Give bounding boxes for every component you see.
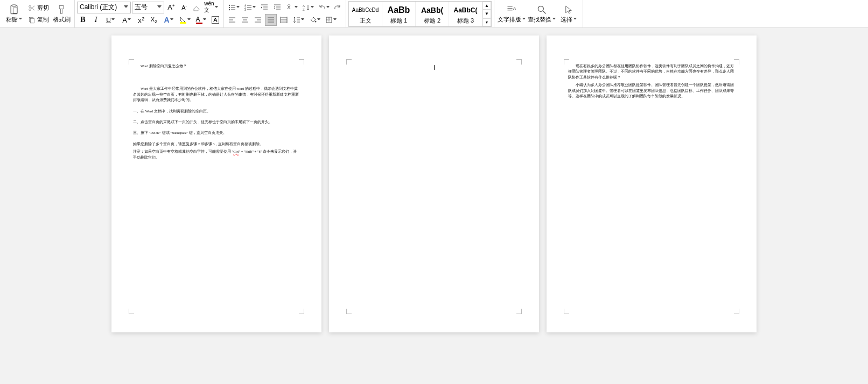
phonetic-guide-button[interactable]: wén文 xyxy=(204,2,218,13)
grow-font-button[interactable]: A+ xyxy=(165,2,177,13)
redo-button[interactable] xyxy=(332,2,344,13)
style-gallery: AaBbCcDd 正文 AaBb 标题 1 AaBb( 标题 2 AaBbC( … xyxy=(348,1,492,27)
bold-button[interactable]: B xyxy=(77,14,89,26)
margin-corner-icon xyxy=(129,59,134,65)
undo-button[interactable] xyxy=(317,2,331,13)
chevron-down-icon xyxy=(326,6,330,9)
underline-button[interactable]: U xyxy=(103,14,118,26)
shrink-font-button[interactable]: A- xyxy=(178,2,190,13)
chevron-down-icon xyxy=(128,18,131,22)
cursor-icon xyxy=(564,4,573,16)
text-layout-button[interactable]: A 文字排版 xyxy=(496,0,527,27)
style-scroll-down[interactable]: ▼ xyxy=(482,10,491,18)
align-justify-button[interactable] xyxy=(265,14,277,26)
clear-format-button[interactable] xyxy=(191,2,203,13)
increase-indent-button[interactable] xyxy=(271,2,283,13)
distribute-icon xyxy=(280,16,288,24)
document-workspace[interactable]: Word 删除空白页复怎么做？ Word 是大家工作中经常用到的办公软件，相信大… xyxy=(0,28,868,384)
align-right-button[interactable] xyxy=(252,14,264,26)
doc-paragraph: 小编认为多人办公团队推荐敬业团队提签软件。团队管理者首先创建一个团队提签，然后邀… xyxy=(568,82,735,99)
asian-layout-button[interactable]: X̌ xyxy=(284,2,299,13)
phonetic-icon: wén文 xyxy=(204,1,214,14)
paragraph-group: 123 X̌ AZ xyxy=(224,0,346,27)
indent-icon xyxy=(274,4,281,11)
doc-paragraph: 一、在 Word 文档中，找到需要删除的空白页。 xyxy=(133,109,300,114)
chevron-down-icon xyxy=(301,18,304,22)
align-left-button[interactable] xyxy=(226,14,238,26)
font-color-icon: A xyxy=(196,16,202,24)
select-button[interactable]: 选择 xyxy=(557,0,580,27)
numbering-button[interactable]: 123 xyxy=(242,2,257,13)
grow-font-icon: A+ xyxy=(167,3,174,11)
find-replace-button[interactable]: 查找替换 xyxy=(527,0,557,27)
style-scroll-up[interactable]: ▲ xyxy=(482,2,491,10)
cut-button[interactable]: 剪切 xyxy=(26,2,51,14)
superscript-button[interactable]: X2 xyxy=(135,14,147,26)
format-painter-button[interactable]: 格式刷 xyxy=(51,0,72,27)
style-normal[interactable]: AaBbCcDd 正文 xyxy=(349,2,382,26)
search-icon xyxy=(536,4,547,16)
svg-text:Z: Z xyxy=(303,8,305,11)
line-spacing-icon xyxy=(293,16,300,24)
svg-rect-9 xyxy=(59,5,64,9)
font-color-button[interactable]: A xyxy=(193,14,208,26)
outdent-icon xyxy=(261,4,268,11)
svg-point-13 xyxy=(228,7,229,8)
margin-corner-icon xyxy=(299,59,304,65)
svg-line-61 xyxy=(543,11,546,13)
italic-icon: I xyxy=(95,16,97,24)
page-3[interactable]: 现在有很多的办公团队都在使用团队协作软件，这类软件有利于团队成员之间的协作沟通，… xyxy=(547,35,757,332)
svg-text:X̌: X̌ xyxy=(287,4,291,10)
borders-button[interactable] xyxy=(323,14,338,26)
bullets-button[interactable] xyxy=(226,2,241,13)
style-heading2[interactable]: AaBb( 标题 2 xyxy=(416,2,449,26)
copy-button[interactable]: 复制 xyxy=(26,14,51,26)
highlight-button[interactable] xyxy=(177,14,192,26)
distribute-button[interactable] xyxy=(278,14,290,26)
style-scroll-more[interactable]: ▾ xyxy=(482,18,491,26)
margin-corner-icon xyxy=(564,59,569,65)
ribbon-toolbar: 粘贴 剪切 复制 格式刷 C xyxy=(0,0,868,28)
page-1[interactable]: Word 删除空白页复怎么做？ Word 是大家工作中经常用到的办公软件，相信大… xyxy=(111,35,321,332)
subscript-button[interactable]: X2 xyxy=(148,14,160,26)
svg-point-4 xyxy=(29,9,31,11)
editing-group: A 文字排版 查找替换 选择 xyxy=(494,0,583,27)
page-2[interactable] xyxy=(329,35,539,332)
subscript-icon: X2 xyxy=(151,16,157,24)
text-effects-button[interactable]: A xyxy=(161,14,176,26)
paste-icon xyxy=(9,4,19,16)
margin-corner-icon xyxy=(346,59,352,65)
doc-paragraph: 三、按下 "Delete" 键或 "Backspace" 键，直到空白页消失。 xyxy=(133,130,300,136)
highlight-icon xyxy=(179,16,187,24)
shading-button[interactable] xyxy=(307,14,322,26)
chevron-down-icon xyxy=(187,18,191,22)
align-center-button[interactable] xyxy=(239,14,251,26)
svg-point-15 xyxy=(228,9,229,10)
sort-button[interactable]: AZ xyxy=(300,2,316,13)
italic-button[interactable]: I xyxy=(90,14,102,26)
chevron-down-icon xyxy=(157,5,162,10)
chevron-down-icon xyxy=(253,6,256,9)
style-heading3[interactable]: AaBbC( 标题 3 xyxy=(449,2,482,26)
scissors-icon xyxy=(27,4,36,12)
borders-icon xyxy=(325,16,333,24)
svg-point-52 xyxy=(314,21,316,23)
doc-paragraph: 现在有很多的办公团队都在使用团队协作软件，这类软件有利于团队成员之间的协作沟通，… xyxy=(568,63,735,80)
styles-group: AaBbCcDd 正文 AaBb 标题 1 AaBb( 标题 2 AaBbC( … xyxy=(346,0,494,27)
clipboard-group: 粘贴 剪切 复制 格式刷 xyxy=(0,0,75,27)
svg-rect-10 xyxy=(180,22,186,24)
style-gallery-scroll: ▲ ▼ ▾ xyxy=(482,2,491,26)
chevron-down-icon xyxy=(317,18,320,22)
paste-button[interactable]: 粘贴 xyxy=(2,0,26,27)
svg-point-60 xyxy=(538,6,543,11)
font-size-dropdown[interactable]: 五号 xyxy=(132,2,164,13)
sort-icon: AZ xyxy=(303,4,310,11)
decrease-indent-button[interactable] xyxy=(258,2,270,13)
strikethrough-button[interactable]: A xyxy=(119,14,134,26)
font-name-dropdown[interactable]: Calibri (正文) xyxy=(77,2,131,13)
doc-paragraph: 二、点击空白页的末尾或下一页的开头，使光标位于空白页的末尾或下一页的开头。 xyxy=(133,119,300,125)
text-layout-icon: A xyxy=(506,4,517,16)
line-spacing-button[interactable] xyxy=(291,14,306,26)
style-heading1[interactable]: AaBb 标题 1 xyxy=(382,2,416,26)
char-border-button[interactable]: A xyxy=(209,14,221,26)
